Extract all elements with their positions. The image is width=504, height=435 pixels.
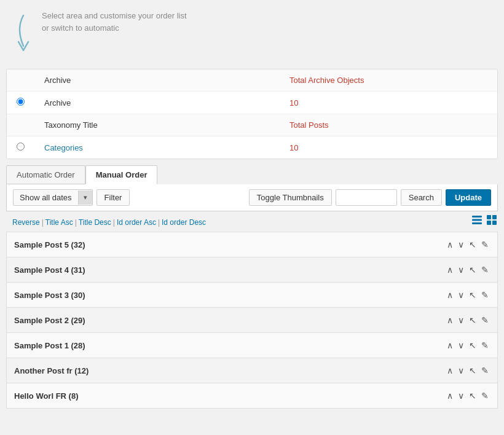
archive-count: 10 (280, 92, 497, 114)
post-label: Hello Worl FR (8) (14, 391, 446, 401)
tab-manual[interactable]: Manual Order (85, 165, 158, 184)
post-label: Sample Post 3 (30) (14, 291, 446, 300)
pin-icon[interactable]: ↖ (468, 390, 478, 402)
move-down-icon[interactable]: ∨ (457, 264, 465, 276)
archive-col-header: Archive (34, 69, 280, 92)
edit-icon[interactable]: ✎ (480, 339, 490, 351)
pin-icon[interactable]: ↖ (468, 238, 478, 251)
taxonomy-col-header: Taxonomy Title (34, 114, 280, 136)
archive-table: Archive Total Archive Objects Archive 10… (7, 69, 497, 159)
post-label: Sample Post 2 (29) (14, 316, 446, 325)
post-item: Sample Post 1 (28) ∧ ∨ ↖ ✎ (6, 332, 498, 358)
sort-bar: Reverse | Title Asc | Title Desc | Id or… (6, 214, 498, 229)
pin-icon[interactable]: ↖ (468, 339, 478, 351)
move-down-icon[interactable]: ∨ (457, 238, 465, 251)
move-down-icon[interactable]: ∨ (457, 289, 465, 301)
sort-title-desc[interactable]: Title Desc (79, 218, 111, 227)
archive-table-section: Archive Total Archive Objects Archive 10… (6, 69, 498, 159)
total-posts-col-header: Total Posts (280, 114, 497, 136)
sort-links: Reverse | Title Asc | Title Desc | Id or… (12, 218, 206, 227)
archive-radio[interactable] (17, 98, 25, 106)
post-item: Another Post fr (12) ∧ ∨ ↖ ✎ (6, 358, 498, 383)
sort-reverse[interactable]: Reverse (12, 218, 40, 227)
date-filter-dropdown[interactable]: Show all dates ▾ (13, 189, 93, 206)
toolbar-section: Show all dates ▾ Filter Toggle Thumbnail… (6, 184, 498, 211)
hint-section: Select area and customise your order lis… (0, 0, 504, 69)
post-item: Sample Post 3 (30) ∧ ∨ ↖ ✎ (6, 282, 498, 307)
sort-id-asc[interactable]: Id order Asc (117, 218, 156, 227)
hint-text: Select area and customise your order lis… (42, 10, 187, 34)
edit-icon[interactable]: ✎ (480, 364, 490, 377)
svg-rect-5 (487, 221, 491, 225)
total-col-header: Total Archive Objects (280, 69, 497, 92)
svg-rect-3 (487, 215, 491, 219)
move-up-icon[interactable]: ∧ (446, 264, 454, 276)
sort-id-desc[interactable]: Id order Desc (162, 218, 206, 227)
move-up-icon[interactable]: ∧ (446, 364, 454, 377)
categories-name: Categories (34, 136, 280, 159)
edit-icon[interactable]: ✎ (480, 314, 490, 326)
date-filter-label: Show all dates (14, 190, 78, 205)
taxonomy-header-row: Taxonomy Title Total Posts (7, 114, 497, 136)
update-button[interactable]: Update (446, 189, 491, 206)
edit-icon[interactable]: ✎ (480, 390, 490, 402)
edit-icon[interactable]: ✎ (480, 238, 490, 251)
toggle-thumbnails-button[interactable]: Toggle Thumbnails (249, 189, 332, 206)
post-item: Sample Post 4 (31) ∧ ∨ ↖ ✎ (6, 257, 498, 282)
move-down-icon[interactable]: ∨ (457, 339, 465, 351)
sort-title-asc[interactable]: Title Asc (45, 218, 73, 227)
post-actions: ∧ ∨ ↖ ✎ (446, 289, 490, 301)
grid-view-icon[interactable] (486, 214, 498, 229)
pin-icon[interactable]: ↖ (468, 264, 478, 276)
post-item: Sample Post 2 (29) ∧ ∨ ↖ ✎ (6, 307, 498, 332)
post-actions: ∧ ∨ ↖ ✎ (446, 364, 490, 377)
svg-rect-4 (492, 215, 497, 219)
svg-rect-1 (472, 219, 482, 221)
post-label: Sample Post 4 (31) (14, 265, 446, 275)
post-item: Sample Post 5 (32) ∧ ∨ ↖ ✎ (6, 232, 498, 257)
edit-icon[interactable]: ✎ (480, 264, 490, 276)
move-up-icon[interactable]: ∧ (446, 289, 454, 301)
archive-name: Archive (34, 92, 280, 114)
post-actions: ∧ ∨ ↖ ✎ (446, 339, 490, 351)
post-actions: ∧ ∨ ↖ ✎ (446, 238, 490, 251)
svg-rect-6 (492, 221, 497, 225)
move-up-icon[interactable]: ∧ (446, 314, 454, 326)
edit-icon[interactable]: ✎ (480, 289, 490, 301)
post-item: Hello Worl FR (8) ∧ ∨ ↖ ✎ (6, 383, 498, 409)
post-label: Another Post fr (12) (14, 366, 446, 375)
svg-rect-0 (472, 216, 482, 218)
post-label: Sample Post 5 (32) (14, 240, 446, 249)
dropdown-arrow-icon[interactable]: ▾ (78, 190, 92, 205)
pin-icon[interactable]: ↖ (468, 289, 478, 301)
post-list: Sample Post 5 (32) ∧ ∨ ↖ ✎ Sample Post 4… (6, 232, 498, 409)
post-actions: ∧ ∨ ↖ ✎ (446, 390, 490, 402)
archive-row: Archive 10 (7, 92, 497, 114)
search-button[interactable]: Search (401, 189, 442, 206)
move-up-icon[interactable]: ∧ (446, 339, 454, 351)
search-input[interactable] (336, 189, 397, 206)
pin-icon[interactable]: ↖ (468, 364, 478, 377)
move-down-icon[interactable]: ∨ (457, 390, 465, 402)
post-actions: ∧ ∨ ↖ ✎ (446, 314, 490, 326)
filter-button[interactable]: Filter (96, 189, 130, 206)
post-actions: ∧ ∨ ↖ ✎ (446, 264, 490, 276)
post-label: Sample Post 1 (28) (14, 341, 446, 350)
move-up-icon[interactable]: ∧ (446, 390, 454, 402)
categories-count: 10 (280, 136, 497, 159)
categories-row: Categories 10 (7, 136, 497, 159)
list-view-icon[interactable] (471, 214, 483, 229)
categories-radio[interactable] (17, 143, 25, 151)
move-down-icon[interactable]: ∨ (457, 314, 465, 326)
view-icons (471, 214, 498, 229)
tabs-section: Automatic Order Manual Order (6, 165, 498, 184)
svg-rect-2 (472, 222, 482, 224)
pin-icon[interactable]: ↖ (468, 314, 478, 326)
move-up-icon[interactable]: ∧ (446, 238, 454, 251)
arrow-icon (12, 12, 34, 59)
tab-automatic[interactable]: Automatic Order (6, 165, 85, 184)
move-down-icon[interactable]: ∨ (457, 364, 465, 377)
